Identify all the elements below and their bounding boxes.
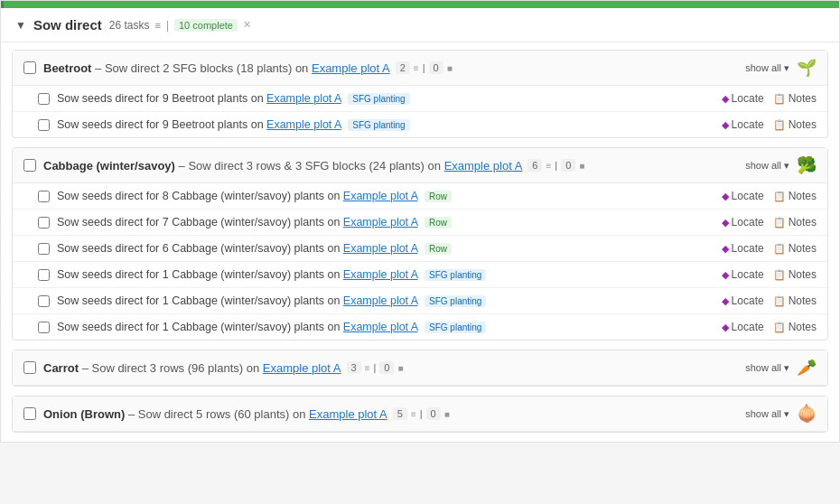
- locate-btn-cabbage-1[interactable]: ◆ Locate: [722, 216, 764, 229]
- group-title-cabbage: Cabbage (winter/savoy) – Sow direct 3 ro…: [43, 159, 522, 173]
- top-accent-bar: [1, 1, 839, 8]
- task-checkbox-cabbage-5[interactable]: [38, 322, 50, 333]
- show-all-btn-onion-brown[interactable]: show all ▾: [745, 408, 789, 420]
- task-link[interactable]: Example plot A: [266, 92, 341, 105]
- group-right-carrot: show all ▾ 🥕: [745, 358, 817, 378]
- locate-label-beetroot-1: Locate: [732, 118, 764, 131]
- task-checkbox-cabbage-1[interactable]: [38, 217, 50, 229]
- plant-name-onion-brown: Onion (Brown): [43, 407, 125, 421]
- locate-btn-cabbage-0[interactable]: ◆ Locate: [722, 190, 764, 202]
- task-actions-cabbage-1: ◆ Locate 📋 Notes: [722, 216, 817, 229]
- group-link-beetroot[interactable]: Example plot A: [312, 61, 390, 75]
- show-all-btn-beetroot[interactable]: show all ▾: [745, 62, 789, 74]
- task-checkbox-cabbage-0[interactable]: [38, 191, 50, 202]
- group-header-cabbage: Cabbage (winter/savoy) – Sow direct 3 ro…: [13, 148, 827, 183]
- locate-btn-beetroot-0[interactable]: ◆ Locate: [722, 92, 764, 105]
- notes-btn-beetroot-1[interactable]: 📋 Notes: [773, 118, 817, 131]
- task-checkbox-cabbage-4[interactable]: [38, 295, 50, 307]
- task-actions-beetroot-0: ◆ Locate 📋 Notes: [722, 92, 817, 105]
- task-link[interactable]: Example plot A: [343, 190, 418, 202]
- notes-icon-cabbage-1: 📋: [773, 217, 786, 229]
- stat-bar-icon-onion-brown: ≡: [411, 409, 416, 419]
- stat-bar-icon-beetroot: ≡: [414, 63, 419, 73]
- notes-btn-beetroot-0[interactable]: 📋 Notes: [773, 92, 817, 105]
- plant-icon-beetroot: 🌱: [797, 58, 817, 78]
- locate-btn-cabbage-3[interactable]: ◆ Locate: [722, 268, 764, 281]
- plant-icon-cabbage: 🥦: [797, 155, 817, 175]
- show-all-btn-carrot[interactable]: show all ▾: [745, 362, 789, 374]
- notes-icon-cabbage-3: 📋: [773, 269, 786, 281]
- notes-btn-cabbage-5[interactable]: 📋 Notes: [773, 321, 817, 333]
- group-title-carrot: Carrot – Sow direct 3 rows (96 plants) o…: [43, 361, 341, 375]
- group-checkbox-carrot[interactable]: [23, 361, 36, 374]
- complete-close-icon[interactable]: ✕: [243, 19, 251, 31]
- section-toggle[interactable]: ▼: [15, 19, 26, 32]
- stat-bar-icon2-carrot: ■: [397, 363, 403, 373]
- show-all-label-beetroot: show all: [745, 62, 781, 73]
- task-actions-cabbage-4: ◆ Locate 📋 Notes: [722, 294, 817, 307]
- task-checkbox-beetroot-1[interactable]: [38, 119, 50, 131]
- group-right-beetroot: show all ▾ 🌱: [745, 58, 817, 78]
- task-text-beetroot-0: Sow seeds direct for 9 Beetroot plants o…: [57, 92, 714, 105]
- group-description-cabbage: – Sow direct 3 rows & 3 SFG blocks (24 p…: [179, 159, 523, 173]
- group-right-cabbage: show all ▾ 🥦: [745, 155, 817, 175]
- task-link[interactable]: Example plot A: [343, 294, 418, 307]
- task-text-cabbage-0: Sow seeds direct for 8 Cabbage (winter/s…: [57, 190, 714, 202]
- task-text-cabbage-4: Sow seeds direct for 1 Cabbage (winter/s…: [57, 294, 714, 307]
- group-header-carrot: Carrot – Sow direct 3 rows (96 plants) o…: [13, 350, 827, 386]
- diamond-icon-cabbage-5: ◆: [722, 322, 729, 333]
- notes-btn-cabbage-2[interactable]: 📋 Notes: [773, 242, 817, 255]
- locate-btn-beetroot-1[interactable]: ◆ Locate: [722, 118, 764, 131]
- notes-label-cabbage-0: Notes: [789, 190, 817, 202]
- stat-count2-carrot: 0: [379, 361, 394, 374]
- notes-btn-cabbage-1[interactable]: 📋 Notes: [773, 216, 817, 229]
- diamond-icon-beetroot-1: ◆: [722, 119, 729, 131]
- show-all-btn-cabbage[interactable]: show all ▾: [745, 160, 789, 172]
- notes-label-cabbage-4: Notes: [789, 294, 817, 307]
- task-link[interactable]: Example plot A: [343, 321, 418, 333]
- task-row-cabbage-2: Sow seeds direct for 6 Cabbage (winter/s…: [13, 236, 827, 262]
- stat-divider-cabbage: |: [555, 160, 557, 171]
- locate-label-cabbage-1: Locate: [732, 216, 764, 229]
- notes-btn-cabbage-3[interactable]: 📋 Notes: [773, 268, 817, 281]
- stat-count-cabbage: 6: [527, 159, 542, 172]
- group-checkbox-onion-brown[interactable]: [23, 407, 36, 420]
- task-checkbox-cabbage-3[interactable]: [38, 269, 50, 281]
- group-beetroot: Beetroot – Sow direct 2 SFG blocks (18 p…: [12, 50, 828, 138]
- group-right-onion-brown: show all ▾ 🧅: [745, 404, 817, 424]
- task-checkbox-beetroot-0[interactable]: [38, 93, 50, 105]
- notes-label-cabbage-1: Notes: [789, 216, 817, 229]
- task-text-cabbage-3: Sow seeds direct for 1 Cabbage (winter/s…: [57, 268, 714, 281]
- group-checkbox-beetroot[interactable]: [23, 61, 36, 74]
- diamond-icon-cabbage-1: ◆: [722, 217, 729, 229]
- notes-label-beetroot-1: Notes: [789, 118, 817, 131]
- notes-btn-cabbage-0[interactable]: 📋 Notes: [773, 190, 817, 202]
- notes-btn-cabbage-4[interactable]: 📋 Notes: [773, 294, 817, 307]
- plant-icon-carrot: 🥕: [797, 358, 817, 378]
- task-link[interactable]: Example plot A: [343, 268, 418, 281]
- stat-count-beetroot: 2: [396, 61, 410, 74]
- task-link[interactable]: Example plot A: [266, 118, 341, 131]
- group-link-carrot[interactable]: Example plot A: [263, 361, 341, 375]
- group-link-onion-brown[interactable]: Example plot A: [309, 407, 387, 421]
- locate-label-cabbage-2: Locate: [732, 242, 764, 255]
- task-link[interactable]: Example plot A: [343, 242, 418, 255]
- notes-label-cabbage-3: Notes: [789, 268, 817, 281]
- locate-btn-cabbage-4[interactable]: ◆ Locate: [722, 294, 764, 307]
- task-link[interactable]: Example plot A: [343, 216, 418, 229]
- plant-name-beetroot: Beetroot: [43, 61, 91, 75]
- group-checkbox-cabbage[interactable]: [23, 159, 36, 172]
- stat-divider-onion-brown: |: [420, 408, 423, 419]
- task-row-beetroot-1: Sow seeds direct for 9 Beetroot plants o…: [13, 112, 827, 137]
- locate-btn-cabbage-5[interactable]: ◆ Locate: [722, 321, 764, 333]
- show-all-chevron-cabbage: ▾: [784, 160, 789, 172]
- group-cabbage: Cabbage (winter/savoy) – Sow direct 3 ro…: [12, 147, 828, 341]
- stat-divider-carrot: |: [373, 362, 376, 373]
- task-tag-cabbage-1: Row: [425, 217, 452, 229]
- task-checkbox-cabbage-2[interactable]: [38, 243, 50, 255]
- notes-icon-beetroot-1: 📋: [773, 119, 786, 131]
- task-row-cabbage-5: Sow seeds direct for 1 Cabbage (winter/s…: [13, 314, 827, 340]
- group-link-cabbage[interactable]: Example plot A: [444, 159, 523, 173]
- locate-btn-cabbage-2[interactable]: ◆ Locate: [722, 242, 764, 255]
- show-all-label-carrot: show all: [745, 362, 781, 373]
